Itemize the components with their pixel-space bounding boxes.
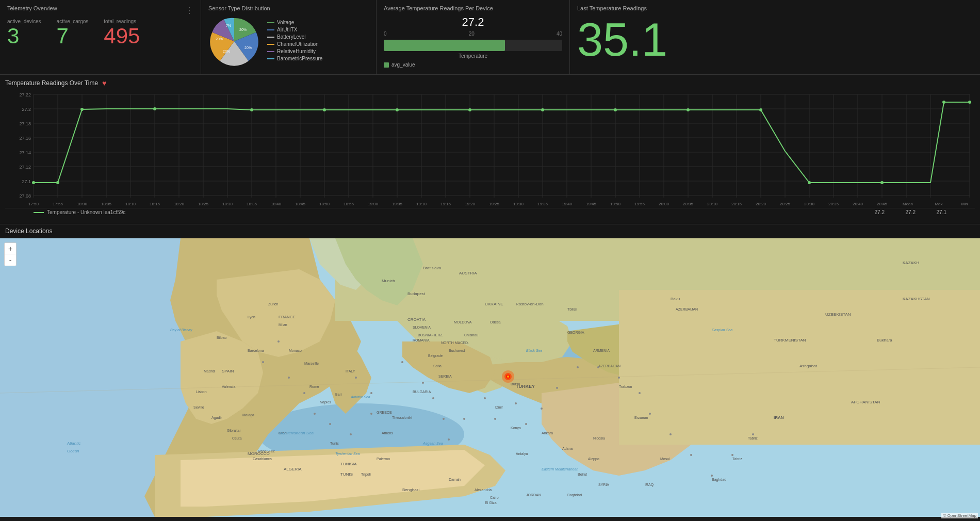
svg-text:19:35: 19:35 (537, 202, 548, 206)
svg-point-189 (649, 413, 651, 415)
svg-text:NORTH MACED.: NORTH MACED. (441, 341, 469, 345)
avg-temp-bar (384, 40, 562, 51)
svg-point-185 (577, 366, 579, 368)
svg-point-62 (80, 108, 84, 111)
svg-text:Zurich: Zurich (268, 302, 279, 306)
svg-text:20:35: 20:35 (828, 202, 839, 206)
chart-legend-item: Temperature - Unknown lea1cf59c (34, 209, 864, 215)
svg-text:Casablanca: Casablanca (253, 457, 272, 461)
svg-text:Agadir: Agadir (211, 416, 222, 420)
svg-point-186 (597, 366, 599, 368)
svg-text:Milan: Milan (279, 323, 287, 327)
svg-point-178 (463, 418, 465, 420)
svg-text:Konya: Konya (511, 426, 521, 430)
svg-text:BOSNIA-HERZ.: BOSNIA-HERZ. (418, 333, 444, 337)
telemetry-menu[interactable]: ⋮ (185, 6, 193, 15)
active-devices-value: 3 (7, 25, 41, 47)
svg-text:19:20: 19:20 (465, 202, 476, 206)
last-temp-value: 35.1 (577, 17, 973, 63)
svg-text:Alexandria: Alexandria (475, 488, 492, 492)
svg-text:Tbilisi: Tbilisi (567, 307, 577, 311)
map-container[interactable]: FRANCE SPAIN ITALY ROMANIA MOLDOVA UKRAI… (0, 238, 980, 519)
svg-text:SERBIA: SERBIA (438, 375, 452, 378)
svg-point-70 (687, 108, 690, 111)
svg-text:Bratislava: Bratislava (423, 266, 442, 270)
svg-text:Min: Min (961, 202, 968, 206)
svg-text:20%: 20% (244, 46, 252, 50)
map-zoom-out-button[interactable]: - (5, 254, 16, 266)
heart-icon: ♥ (102, 79, 106, 87)
svg-point-175 (432, 397, 434, 399)
svg-text:Erzurum: Erzurum (634, 416, 648, 419)
svg-text:Bilbao: Bilbao (217, 336, 227, 339)
svg-point-68 (541, 108, 544, 111)
svg-text:SYRIA: SYRIA (598, 483, 609, 486)
total-readings-value: 495 (104, 25, 140, 47)
svg-text:Budapest: Budapest (407, 291, 426, 296)
svg-text:18:25: 18:25 (198, 202, 209, 206)
svg-text:19:10: 19:10 (416, 202, 427, 206)
svg-point-181 (515, 402, 517, 404)
svg-text:Benghazi: Benghazi (402, 487, 420, 492)
svg-point-180 (494, 418, 496, 420)
map-zoom-in-button[interactable]: + (5, 243, 16, 254)
svg-text:TUNIS: TUNIS (340, 472, 353, 477)
svg-text:17:55: 17:55 (53, 202, 63, 206)
svg-text:Mosul: Mosul (660, 457, 670, 461)
svg-text:KAZAKH: KAZAKH (903, 260, 919, 265)
svg-point-73 (880, 181, 884, 184)
chart-max-value: 27.2 (895, 209, 916, 215)
chart-mean-value: 27.2 (864, 209, 885, 215)
svg-text:Barcelona: Barcelona (248, 349, 264, 352)
svg-text:27.1: 27.1 (22, 179, 31, 184)
svg-text:SLOVENIA: SLOVENIA (413, 325, 431, 329)
svg-text:BULGARIA: BULGARIA (413, 390, 431, 394)
svg-point-66 (396, 108, 399, 111)
svg-text:Odesa: Odesa (490, 320, 501, 324)
chart-title: Temperature Readings Over Time (5, 79, 98, 87)
svg-text:Ceuta: Ceuta (232, 436, 242, 440)
svg-point-165 (288, 377, 290, 379)
svg-text:19:15: 19:15 (440, 202, 451, 206)
svg-text:Bursa: Bursa (511, 382, 520, 386)
svg-point-194 (752, 433, 754, 435)
svg-text:19:30: 19:30 (513, 202, 524, 206)
svg-text:Baghdad: Baghdad (712, 478, 726, 482)
svg-text:Max: Max (935, 202, 942, 206)
pie-chart: 20% 20% 20% 20% 7% (208, 15, 260, 67)
svg-text:Ankara: Ankara (542, 431, 553, 435)
svg-point-65 (323, 108, 326, 111)
svg-text:Cairo: Cairo (490, 496, 499, 499)
svg-text:El Giza: El Giza (485, 501, 497, 504)
svg-text:27.08: 27.08 (19, 193, 31, 199)
svg-text:Munich: Munich (382, 279, 395, 283)
svg-text:Baku: Baku (671, 297, 680, 301)
svg-text:20:40: 20:40 (853, 202, 863, 206)
svg-point-167 (314, 413, 316, 415)
map-zoom-controls[interactable]: + - (4, 242, 17, 266)
map-title: Device Locations (0, 224, 980, 238)
svg-text:FRANCE: FRANCE (279, 315, 296, 319)
svg-point-191 (690, 454, 692, 456)
svg-text:Tabriz: Tabriz (748, 436, 758, 440)
svg-point-170 (370, 392, 372, 394)
svg-text:18:00: 18:00 (77, 202, 88, 206)
svg-text:AZERBAIJAN: AZERBAIJAN (598, 364, 620, 368)
svg-text:20:05: 20:05 (683, 202, 694, 206)
svg-text:JORDAN: JORDAN (526, 493, 541, 497)
svg-text:18:50: 18:50 (319, 202, 330, 206)
svg-text:ARMENIA: ARMENIA (593, 349, 610, 352)
svg-point-182 (525, 423, 527, 425)
svg-point-164 (262, 361, 264, 363)
chart-area: 27.22 27.2 27.18 27.16 27.14 27.12 27.1 … (5, 89, 975, 208)
svg-text:Athens: Athens (382, 431, 393, 435)
chart-min-value: 27.1 (926, 209, 946, 215)
svg-text:Madrid: Madrid (204, 369, 215, 373)
svg-text:Ashgabat: Ashgabat (799, 364, 818, 368)
svg-point-169 (355, 377, 357, 379)
svg-text:Rabat-Fez: Rabat-Fez (258, 449, 275, 453)
svg-text:KAZAKHSTAN: KAZAKHSTAN (903, 297, 930, 301)
svg-text:27.14: 27.14 (19, 150, 31, 155)
svg-point-72 (808, 181, 811, 184)
svg-point-71 (759, 108, 762, 111)
